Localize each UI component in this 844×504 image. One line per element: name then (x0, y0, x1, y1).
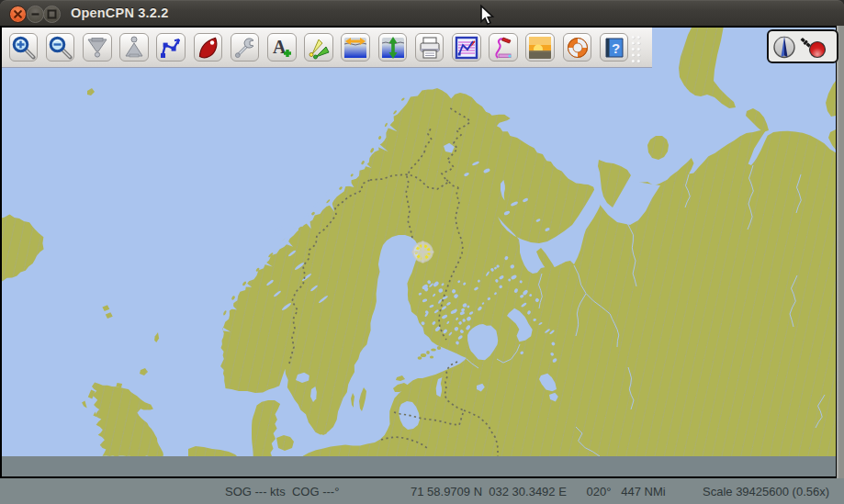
svg-text:?: ? (612, 40, 620, 56)
